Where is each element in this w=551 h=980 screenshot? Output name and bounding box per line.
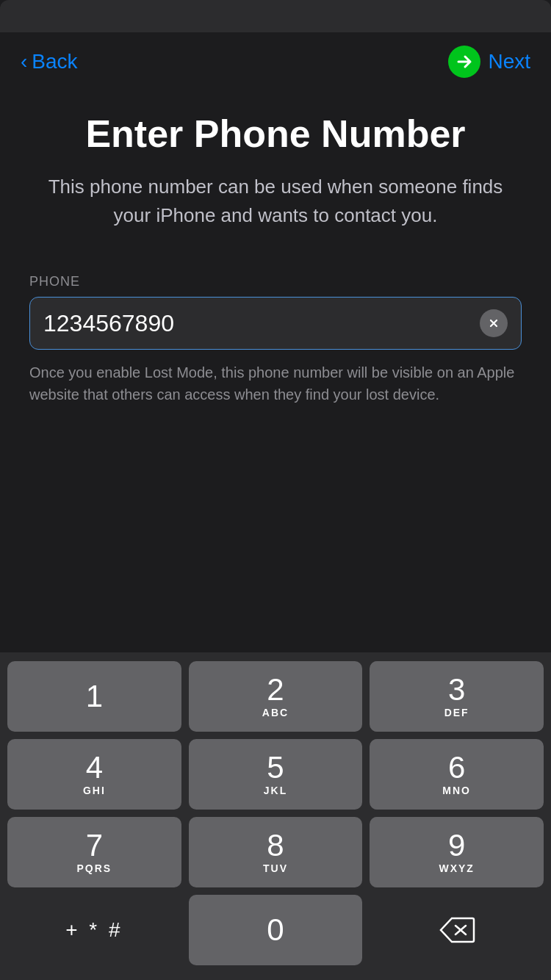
- key-delete[interactable]: [370, 895, 544, 965]
- key-symbols[interactable]: + * #: [7, 895, 181, 965]
- content-area: Enter Phone Number This phone number can…: [0, 91, 551, 652]
- key-9[interactable]: 9 WXYZ: [370, 817, 544, 887]
- page-title: Enter Phone Number: [29, 113, 522, 155]
- back-label: Back: [32, 50, 77, 73]
- next-label: Next: [488, 50, 530, 73]
- next-arrow-icon: [448, 46, 480, 78]
- next-button[interactable]: Next: [448, 46, 530, 78]
- key-7[interactable]: 7 PQRS: [7, 817, 181, 887]
- key-0[interactable]: 0: [189, 895, 363, 965]
- key-6[interactable]: 6 MNO: [370, 739, 544, 810]
- back-button[interactable]: ‹ Back: [21, 50, 78, 73]
- page-description: This phone number can be used when someo…: [29, 173, 522, 230]
- key-8[interactable]: 8 TUV: [189, 817, 363, 887]
- nav-bar: ‹ Back Next: [0, 32, 551, 91]
- key-2[interactable]: 2 ABC: [189, 661, 363, 732]
- keypad: 1 2 ABC 3 DEF 4 GHI 5 JKL 6 MNO 7 PQRS 8…: [0, 652, 551, 980]
- phone-input[interactable]: [43, 310, 480, 337]
- phone-input-wrapper: [29, 297, 522, 350]
- key-3[interactable]: 3 DEF: [370, 661, 544, 732]
- key-5[interactable]: 5 JKL: [189, 739, 363, 810]
- phone-field-section: PHONE Once you enable Lost Mode, this ph…: [29, 274, 522, 406]
- status-bar: [0, 0, 551, 32]
- clear-button[interactable]: [480, 309, 508, 337]
- phone-field-label: PHONE: [29, 274, 522, 289]
- key-1[interactable]: 1: [7, 661, 181, 732]
- delete-icon: [439, 917, 475, 943]
- helper-text: Once you enable Lost Mode, this phone nu…: [29, 361, 522, 406]
- key-4[interactable]: 4 GHI: [7, 739, 181, 810]
- back-chevron-icon: ‹: [21, 51, 27, 72]
